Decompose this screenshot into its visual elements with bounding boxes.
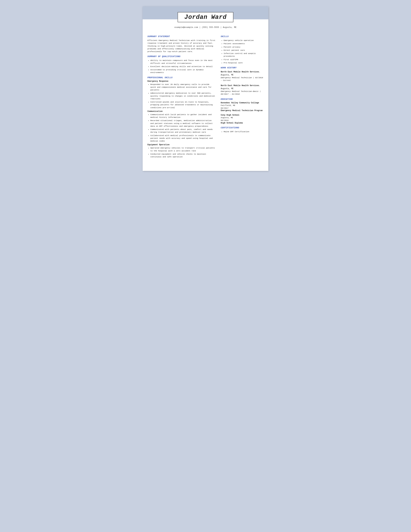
work-entry-0: North East Mobile Health Services. Augus… (221, 70, 263, 82)
list-item: Recorded situational triages, medication… (150, 119, 216, 127)
skill-group-title-2: Equipment Operation (148, 144, 216, 146)
work-role-1: Emergency Medical Technician-Basic | 09/… (221, 90, 263, 95)
summary-title: SUMMARY STATEMENT (148, 36, 216, 38)
list-item: Responded to over 20 daily emergency cal… (150, 83, 216, 91)
edu-date-0: 06/2017 (221, 107, 263, 109)
qualifications-title: SUMMARY OF QUALIFICATIONS (148, 56, 216, 58)
edu-school-1: Cony High School (221, 114, 263, 116)
name-box: Jordan Ward (177, 12, 234, 22)
skill-group-bullets-1: Communicated with lucid patients to gath… (148, 113, 216, 142)
professional-skills-title: PROFESSIONAL SKILLS (148, 76, 216, 79)
list-item: Accustomed to providing critical care in… (150, 68, 216, 74)
list-item: Infection control and aseptic procedures (224, 52, 263, 58)
list-item: Pre-hospital care (224, 61, 263, 64)
edu-degree-1: High School Diploma (221, 122, 263, 124)
list-item: Patient privacy (224, 46, 263, 48)
right-column: SKILLS Emergency vehicle operation Patie… (221, 34, 263, 160)
list-item: Controlled wounds and injuries en-route … (150, 101, 216, 109)
list-item: Communicated with lucid patients to gath… (150, 113, 216, 119)
work-history-title: WORK HISTORY (221, 67, 263, 69)
list-item: Communicated with patients about pain, c… (150, 128, 216, 134)
work-role-0: Emergency Medical Technician | 02/2018 -… (221, 76, 263, 82)
skills-title: SKILLS (221, 36, 263, 38)
contact-info: example@example.com | (555) 555-5555 | A… (143, 26, 268, 31)
certifications-title: CERTIFICATIONS (221, 127, 263, 129)
resume-page: Jordan Ward example@example.com | (555) … (143, 6, 268, 171)
skill-group-title-1: Communication (148, 110, 216, 113)
list-item: Administered emergency medication to ove… (150, 92, 216, 100)
work-employer-0: North East Mobile Health Services (221, 71, 259, 73)
list-item: Operated emergency vehicles to transport… (150, 147, 216, 152)
certifications-list: Maine EMT Certification (221, 130, 263, 133)
candidate-name: Jordan Ward (184, 14, 227, 21)
edu-entry-1: Cony High School Augusta, ME 06/2016 Hig… (221, 114, 263, 124)
edu-location-0: Fairfield, ME (221, 104, 263, 107)
edu-date-1: 06/2016 (221, 119, 263, 122)
work-employer-1: North East Mobile Health Services (221, 85, 259, 87)
list-item: Patient assessments (224, 42, 263, 45)
main-content: SUMMARY STATEMENT Efficient Emergency Me… (143, 33, 268, 164)
skill-group-bullets-0: Responded to over 20 daily emergency cal… (148, 83, 216, 109)
education-title: EDUCATION (221, 98, 263, 100)
header-section: Jordan Ward example@example.com | (555) … (143, 6, 268, 33)
left-column: SUMMARY STATEMENT Efficient Emergency Me… (148, 34, 216, 160)
list-item: Collaborated with medical professionals … (150, 134, 216, 142)
skills-list: Emergency vehicle operation Patient asse… (221, 39, 263, 64)
skill-group-bullets-2: Operated emergency vehicles to transport… (148, 147, 216, 158)
edu-school-0: Kennebec Valley Community College (221, 102, 263, 104)
list-item: Maine EMT Certification (224, 130, 263, 133)
edu-entry-0: Kennebec Valley Community College Fairfi… (221, 102, 263, 112)
list-item: First aid/CPR (224, 58, 263, 61)
list-item: Excellent decision-making skills and att… (150, 65, 216, 68)
work-entry-1: North East Mobile Health Services. Augus… (221, 84, 263, 95)
edu-degree-0: Emergency Medical Technician Program (221, 109, 263, 112)
list-item: Direct patient care (224, 49, 263, 52)
skill-group-title-0: Emergency Response (148, 80, 216, 82)
list-item: Conducted equipment and vehicle checks t… (150, 153, 216, 158)
list-item: Ability to maintain composure and focus … (150, 59, 216, 65)
list-item: Emergency vehicle operation (224, 39, 263, 42)
summary-text: Efficient Emergency Medical Technician w… (148, 39, 216, 53)
edu-location-1: Augusta, ME (221, 116, 263, 119)
qualifications-list: Ability to maintain composure and focus … (148, 59, 216, 74)
